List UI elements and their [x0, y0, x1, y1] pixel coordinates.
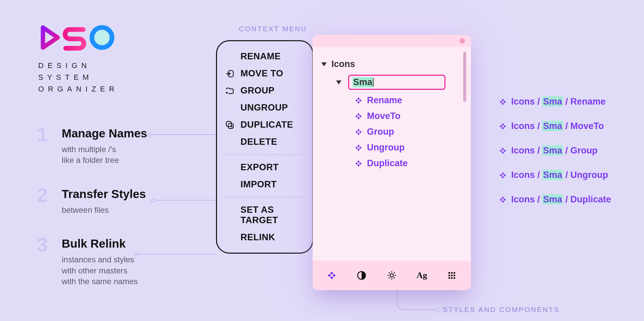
tree-node-editing[interactable]: Sma: [321, 72, 471, 92]
rename-input[interactable]: Sma: [348, 75, 445, 90]
text-caret: [373, 78, 374, 87]
component-icon: [355, 144, 362, 151]
blank-icon: [225, 233, 234, 242]
cm-ungroup[interactable]: UNGROUP: [217, 99, 310, 116]
cm-move-to[interactable]: MOVE TO: [217, 65, 310, 82]
path-row: Icons / Sma / Duplicate: [499, 194, 611, 205]
close-icon[interactable]: [460, 38, 465, 44]
component-icon: [355, 128, 362, 136]
blank-icon: [225, 137, 234, 147]
logo-mark: [38, 24, 118, 51]
duplicate-icon: [225, 120, 234, 130]
svg-point-8: [451, 272, 453, 274]
tree-label: Group: [367, 127, 394, 137]
blank-icon: [225, 163, 234, 172]
component-icon: [499, 123, 506, 130]
tree-leaf[interactable]: Group: [321, 124, 471, 140]
feature-desc: between files: [62, 205, 146, 215]
path-row: Icons / Sma / MoveTo: [499, 121, 611, 131]
svg-point-12: [453, 274, 455, 276]
feature-title: Manage Names: [62, 127, 147, 140]
cm-export[interactable]: EXPORT: [217, 159, 310, 176]
group-icon: [225, 86, 234, 95]
tab-components[interactable]: [325, 269, 338, 282]
svg-point-15: [453, 277, 455, 279]
context-menu-label: CONTEXT MENU: [239, 25, 307, 33]
cm-label: EXPORT: [240, 162, 279, 173]
tree-leaf[interactable]: MoveTo: [321, 108, 471, 124]
tab-text-styles[interactable]: Ag: [415, 269, 429, 282]
cm-relink[interactable]: RELINK: [217, 229, 310, 246]
cm-label: RELINK: [240, 232, 275, 243]
blank-icon: [225, 210, 234, 220]
feature-bulk-relink: 3 Bulk Relink instances and styles with …: [37, 237, 147, 287]
panel-tabs: Ag: [313, 261, 471, 290]
tree-node-icons[interactable]: Icons: [321, 56, 471, 72]
feature-manage-names: 1 Manage Names with multiple /'s like a …: [37, 127, 147, 166]
svg-point-6: [390, 274, 393, 277]
separator: [224, 197, 304, 197]
cm-rename[interactable]: RENAME: [217, 48, 310, 65]
blank-icon: [225, 103, 234, 113]
tree-label: Rename: [367, 95, 402, 106]
blank-icon: [225, 52, 234, 61]
svg-point-7: [448, 272, 450, 274]
feature-number: 3: [37, 237, 52, 252]
connector-line: [397, 300, 407, 310]
rename-input-value: Sma: [353, 77, 373, 87]
svg-point-10: [448, 274, 450, 276]
component-icon: [499, 98, 506, 106]
panel-titlebar: [313, 35, 471, 47]
styles-label: STYLES AND COMPONENTS: [443, 306, 560, 314]
path-text: Icons / Sma / Group: [511, 145, 598, 156]
svg-point-13: [448, 277, 450, 279]
feature-number: 1: [37, 127, 52, 142]
paths-preview: Icons / Sma / RenameIcons / Sma / MoveTo…: [499, 97, 611, 219]
tree-label: MoveTo: [367, 111, 400, 121]
path-text: Icons / Sma / MoveTo: [511, 121, 604, 131]
tab-effect-styles[interactable]: [385, 269, 398, 282]
tree-leaf[interactable]: Duplicate: [321, 155, 471, 171]
scrollbar[interactable]: [463, 52, 466, 102]
feature-desc: instances and styles with other masters …: [62, 254, 138, 287]
panel-body: Icons Sma RenameMoveToGroupUngroupDuplic…: [313, 47, 471, 261]
cm-label: MOVE TO: [240, 68, 283, 79]
tree-leaf[interactable]: Ungroup: [321, 140, 471, 155]
component-icon: [355, 113, 362, 120]
tab-fill-styles[interactable]: [355, 269, 368, 282]
path-text: Icons / Sma / Rename: [511, 97, 606, 107]
cm-group[interactable]: GROUP: [217, 82, 310, 99]
context-menu: RENAME MOVE TO GROUP UNGROUP DUPLICATE D…: [216, 40, 313, 254]
cm-label: RENAME: [240, 51, 281, 62]
logo-subtitle: DESIGN SYSTEM ORGANIZER: [38, 60, 118, 95]
cm-duplicate[interactable]: DUPLICATE: [217, 116, 310, 133]
cm-import[interactable]: IMPORT: [217, 176, 310, 193]
svg-point-9: [453, 272, 455, 274]
cm-label: IMPORT: [240, 179, 277, 190]
text-icon: Ag: [417, 270, 427, 280]
blank-icon: [225, 180, 234, 189]
tree-label: Duplicate: [367, 158, 408, 169]
feature-desc: with multiple /'s like a folder tree: [62, 144, 147, 166]
path-text: Icons / Sma / Duplicate: [511, 194, 611, 205]
cm-set-as-target[interactable]: SET AS TARGET: [217, 201, 310, 229]
cm-label: SET AS TARGET: [240, 205, 302, 226]
chevron-down-icon: [336, 80, 341, 84]
separator: [224, 154, 304, 155]
tree-leaf[interactable]: Rename: [321, 92, 471, 108]
move-to-icon: [225, 69, 234, 78]
connector-line: [151, 134, 216, 135]
cm-label: GROUP: [240, 85, 275, 96]
component-icon: [499, 147, 506, 154]
chevron-down-icon: [321, 62, 327, 66]
cm-delete[interactable]: DELETE: [217, 133, 310, 150]
component-icon: [355, 97, 362, 104]
features-list: 1 Manage Names with multiple /'s like a …: [37, 127, 147, 308]
feature-number: 2: [37, 187, 52, 203]
feature-title: Bulk Relink: [62, 237, 138, 250]
cm-label: DELETE: [240, 137, 277, 147]
component-icon: [499, 172, 506, 179]
path-text: Icons / Sma / Ungroup: [511, 170, 608, 180]
cm-label: DUPLICATE: [240, 120, 293, 130]
tab-grid-styles[interactable]: [445, 269, 459, 282]
